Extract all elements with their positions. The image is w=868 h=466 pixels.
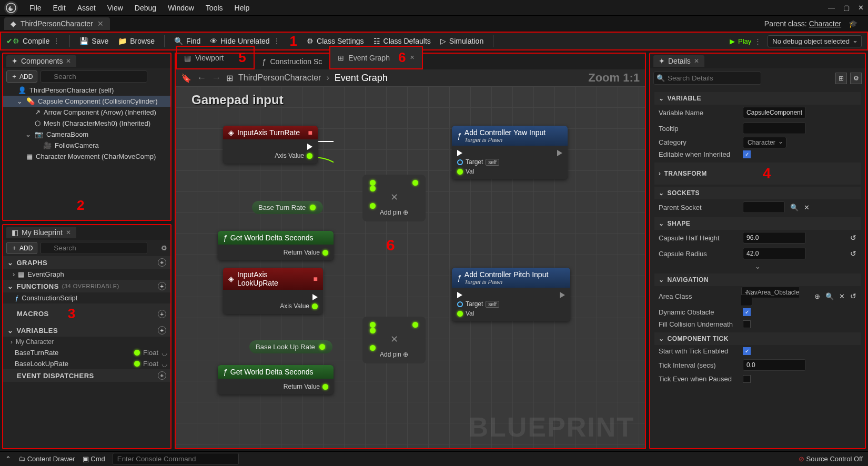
- variable-name-field[interactable]: [743, 107, 806, 118]
- add-icon[interactable]: +: [158, 371, 166, 380]
- visibility-icon[interactable]: ◡: [162, 360, 167, 368]
- data-in-pin[interactable]: [370, 322, 376, 328]
- close-icon[interactable]: ✕: [66, 57, 71, 65]
- target-pin[interactable]: [457, 301, 463, 307]
- start-tick-checkbox[interactable]: ✓: [743, 347, 751, 355]
- crumb-leaf[interactable]: Event Graph: [335, 73, 388, 84]
- data-in-pin[interactable]: [370, 345, 376, 351]
- add-icon[interactable]: +: [158, 282, 166, 290]
- window-close-icon[interactable]: ✕: [858, 4, 864, 12]
- tick-paused-checkbox[interactable]: [743, 375, 751, 383]
- node-get-world-delta-seconds-2[interactable]: ƒGet World Delta Seconds Return Value: [218, 365, 334, 394]
- node-base-lookup-rate[interactable]: Base Look Up Rate: [249, 340, 332, 353]
- components-tab[interactable]: ✦ Components ✕: [6, 55, 76, 67]
- add-icon[interactable]: +: [158, 310, 166, 318]
- data-in-pin[interactable]: [457, 169, 463, 175]
- add-icon[interactable]: +: [158, 326, 166, 335]
- search-icon[interactable]: 🔍: [790, 204, 799, 211]
- details-search-input[interactable]: [653, 72, 761, 85]
- macros-category[interactable]: MACROS3+: [3, 303, 170, 324]
- component-tree-item[interactable]: 🎥FollowCamera: [3, 140, 170, 151]
- console-command-input[interactable]: [113, 453, 239, 465]
- nav-back-icon[interactable]: ←: [197, 73, 206, 84]
- expand-up-icon[interactable]: ⌃: [5, 455, 11, 463]
- target-pin[interactable]: [457, 159, 463, 165]
- source-control-status[interactable]: ⊘ Source Control Off: [799, 455, 863, 463]
- fill-collision-checkbox[interactable]: [743, 320, 751, 328]
- data-out-pin[interactable]: [412, 180, 418, 186]
- compile-button[interactable]: ✔⚙Compile⋮: [6, 37, 60, 45]
- add-pin-button[interactable]: Add pin ⊕: [370, 351, 418, 358]
- variables-category[interactable]: ⌄VARIABLES+: [3, 324, 170, 337]
- crumb-root[interactable]: ThirdPersonCharacter: [238, 73, 321, 83]
- exec-in-pin[interactable]: [457, 150, 462, 156]
- grid-view-icon[interactable]: ⊞: [835, 73, 847, 84]
- node-input-axis-turnrate[interactable]: ◈InputAxis TurnRate■ Axis Value: [223, 126, 318, 164]
- expand-icon[interactable]: ⌄: [654, 261, 861, 271]
- exec-in-pin[interactable]: [457, 292, 462, 298]
- dropdown-icon[interactable]: ⋮: [754, 37, 761, 45]
- node-input-axis-lookuprate[interactable]: ◈InputAxis LookUpRate■ Axis Value: [223, 268, 323, 314]
- node-multiply[interactable]: ✕ Add pin ⊕: [362, 175, 426, 221]
- dispatchers-category[interactable]: EVENT DISPATCHERS+: [3, 369, 170, 382]
- component-tree-item[interactable]: ⬡Mesh (CharacterMesh0) (Inherited): [3, 118, 170, 129]
- graduation-cap-icon[interactable]: 🎓: [849, 19, 857, 28]
- components-search-input[interactable]: [41, 70, 147, 83]
- node-get-world-delta-seconds[interactable]: ƒGet World Delta Seconds Return Value: [218, 231, 334, 260]
- tooltip-field[interactable]: [743, 123, 806, 134]
- tab-event-graph[interactable]: ⊞Event Graph6✕: [329, 46, 423, 69]
- graphs-category[interactable]: ⌄GRAPHS+: [3, 256, 170, 269]
- globe-icon[interactable]: ⊕: [814, 292, 820, 300]
- dropdown-icon[interactable]: ⋮: [53, 37, 60, 45]
- details-cat-shape[interactable]: ⌄SHAPE: [654, 217, 861, 230]
- component-tree-item[interactable]: ⌄📷CameraBoom: [3, 129, 170, 140]
- area-class-selector[interactable]: NavArea_Obstacle: [741, 287, 799, 306]
- gear-icon[interactable]: ⚙: [161, 244, 167, 252]
- data-out-pin[interactable]: [412, 322, 418, 328]
- variable-subcat[interactable]: ›My Character: [3, 337, 170, 347]
- category-selector[interactable]: Character: [743, 137, 786, 148]
- close-icon[interactable]: ✕: [694, 57, 699, 65]
- node-add-pitch-input[interactable]: ƒAdd Controller Pitch InputTarget is Paw…: [452, 268, 570, 321]
- radius-field[interactable]: [743, 248, 806, 259]
- browse-button[interactable]: 📁Browse: [118, 37, 155, 45]
- dropdown-icon[interactable]: ⋮: [273, 37, 280, 45]
- data-out-pin[interactable]: [312, 303, 318, 309]
- variable-item[interactable]: BaseLookUpRateFloat◡: [3, 358, 170, 369]
- tab-viewport[interactable]: ▦Viewport5: [176, 46, 255, 69]
- data-in-pin[interactable]: [370, 203, 376, 209]
- save-button[interactable]: 💾Save: [79, 37, 108, 45]
- data-out-pin[interactable]: [319, 344, 325, 350]
- menu-asset[interactable]: Asset: [77, 4, 96, 12]
- graph-canvas[interactable]: Gamepad input ◈InputAxis TurnRate■ Axis …: [176, 86, 645, 448]
- class-defaults-button[interactable]: ☷Class Defaults: [374, 37, 431, 45]
- add-component-button[interactable]: ＋ADD: [6, 70, 37, 83]
- half-height-field[interactable]: [743, 232, 806, 244]
- exec-out-pin[interactable]: [560, 292, 565, 298]
- function-item[interactable]: ƒConstructionScript: [3, 292, 170, 303]
- add-pin-button[interactable]: Add pin ⊕: [370, 209, 418, 216]
- my-blueprint-search-input[interactable]: [41, 242, 147, 254]
- class-settings-button[interactable]: ⚙Class Settings: [307, 37, 364, 45]
- data-in-pin[interactable]: [370, 180, 376, 186]
- close-icon[interactable]: ✕: [66, 229, 71, 236]
- reset-icon[interactable]: ↺: [850, 234, 856, 242]
- details-tab[interactable]: ✦ Details ✕: [653, 55, 704, 67]
- details-cat-variable[interactable]: ⌄VARIABLE: [654, 92, 861, 105]
- nav-forward-icon[interactable]: →: [211, 73, 221, 84]
- data-in-pin[interactable]: [370, 328, 376, 333]
- exec-out-pin[interactable]: [307, 144, 312, 150]
- data-out-pin[interactable]: [307, 153, 312, 159]
- gear-icon[interactable]: ⚙: [850, 73, 862, 84]
- reset-icon[interactable]: ↺: [850, 249, 856, 258]
- exec-out-pin[interactable]: [557, 150, 562, 156]
- visibility-icon[interactable]: ◡: [162, 349, 167, 357]
- menu-tools[interactable]: Tools: [206, 4, 223, 12]
- my-blueprint-tab[interactable]: ◧ My Blueprint ✕: [6, 227, 76, 238]
- details-cat-tick[interactable]: ⌄COMPONENT TICK: [654, 332, 861, 345]
- data-in-pin[interactable]: [457, 311, 463, 317]
- bookmark-icon[interactable]: 🔖: [181, 73, 191, 83]
- debug-object-selector[interactable]: No debug object selected: [768, 35, 862, 47]
- window-maximize-icon[interactable]: ▢: [843, 4, 850, 12]
- tick-interval-field[interactable]: [743, 359, 806, 371]
